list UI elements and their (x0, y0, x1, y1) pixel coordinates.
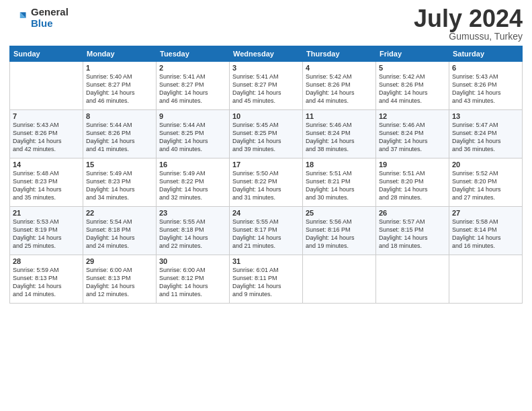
day-cell: 5Sunrise: 5:42 AMSunset: 8:26 PMDaylight… (376, 62, 449, 110)
day-info: Sunrise: 5:55 AMSunset: 8:17 PMDaylight:… (232, 218, 300, 250)
day-cell (10, 62, 83, 110)
day-number: 4 (306, 64, 373, 72)
day-cell: 25Sunrise: 5:56 AMSunset: 8:16 PMDayligh… (303, 207, 376, 255)
day-info: Sunrise: 5:45 AMSunset: 8:25 PMDaylight:… (232, 121, 300, 154)
day-number: 7 (13, 112, 80, 120)
day-number: 6 (452, 64, 519, 72)
title-location: Gumussu, Turkey (414, 31, 523, 42)
header-cell-wednesday: Wednesday (230, 46, 303, 62)
day-info: Sunrise: 5:57 AMSunset: 8:15 PMDaylight:… (379, 218, 446, 250)
day-info: Sunrise: 5:53 AMSunset: 8:19 PMDaylight:… (13, 218, 80, 250)
day-cell: 13Sunrise: 5:47 AMSunset: 8:24 PMDayligh… (449, 110, 523, 158)
day-number: 18 (306, 161, 373, 169)
day-info: Sunrise: 5:51 AMSunset: 8:21 PMDaylight:… (306, 169, 373, 202)
day-number: 21 (13, 209, 80, 217)
day-cell: 8Sunrise: 5:44 AMSunset: 8:26 PMDaylight… (83, 110, 157, 158)
day-number: 1 (86, 64, 153, 72)
day-cell: 3Sunrise: 5:41 AMSunset: 8:27 PMDaylight… (230, 62, 303, 110)
header: General Blue July 2024 Gumussu, Turkey (9, 7, 523, 42)
logo: General Blue (9, 7, 69, 29)
day-info: Sunrise: 5:41 AMSunset: 8:27 PMDaylight:… (159, 73, 226, 105)
week-row-3: 14Sunrise: 5:48 AMSunset: 8:23 PMDayligh… (10, 158, 523, 207)
day-number: 17 (232, 161, 300, 169)
day-info: Sunrise: 5:43 AMSunset: 8:26 PMDaylight:… (13, 121, 80, 154)
title-month: July 2024 (414, 7, 523, 31)
day-cell: 14Sunrise: 5:48 AMSunset: 8:23 PMDayligh… (10, 158, 83, 207)
header-cell-thursday: Thursday (303, 46, 376, 62)
day-info: Sunrise: 5:51 AMSunset: 8:20 PMDaylight:… (379, 169, 446, 202)
day-info: Sunrise: 5:50 AMSunset: 8:22 PMDaylight:… (232, 169, 300, 202)
day-number: 8 (86, 112, 153, 120)
day-cell: 11Sunrise: 5:46 AMSunset: 8:24 PMDayligh… (303, 110, 376, 158)
day-info: Sunrise: 5:58 AMSunset: 8:14 PMDaylight:… (452, 218, 519, 250)
day-info: Sunrise: 6:00 AMSunset: 8:12 PMDaylight:… (159, 266, 226, 299)
day-cell: 6Sunrise: 5:43 AMSunset: 8:26 PMDaylight… (449, 62, 523, 110)
day-number: 25 (306, 209, 373, 217)
day-info: Sunrise: 5:49 AMSunset: 8:23 PMDaylight:… (86, 169, 153, 202)
day-cell: 19Sunrise: 5:51 AMSunset: 8:20 PMDayligh… (376, 158, 449, 207)
day-info: Sunrise: 5:42 AMSunset: 8:26 PMDaylight:… (306, 73, 373, 105)
day-number: 24 (232, 209, 300, 217)
logo-icon (9, 9, 28, 28)
day-cell: 21Sunrise: 5:53 AMSunset: 8:19 PMDayligh… (10, 207, 83, 255)
day-cell: 9Sunrise: 5:44 AMSunset: 8:25 PMDaylight… (157, 110, 230, 158)
logo-general: General (31, 7, 69, 18)
day-cell: 7Sunrise: 5:43 AMSunset: 8:26 PMDaylight… (10, 110, 83, 158)
day-number: 14 (13, 161, 80, 169)
day-info: Sunrise: 5:54 AMSunset: 8:18 PMDaylight:… (86, 218, 153, 250)
logo-text: General Blue (31, 7, 69, 29)
header-cell-monday: Monday (83, 46, 157, 62)
day-cell: 18Sunrise: 5:51 AMSunset: 8:21 PMDayligh… (303, 158, 376, 207)
day-cell: 24Sunrise: 5:55 AMSunset: 8:17 PMDayligh… (230, 207, 303, 255)
day-number: 15 (86, 161, 153, 169)
day-cell: 22Sunrise: 5:54 AMSunset: 8:18 PMDayligh… (83, 207, 157, 255)
day-number: 31 (232, 257, 300, 265)
week-row-2: 7Sunrise: 5:43 AMSunset: 8:26 PMDaylight… (10, 110, 523, 158)
day-info: Sunrise: 5:46 AMSunset: 8:24 PMDaylight:… (306, 121, 373, 154)
header-row: SundayMondayTuesdayWednesdayThursdayFrid… (10, 46, 523, 62)
day-cell (303, 255, 376, 304)
day-cell (376, 255, 449, 304)
logo-blue: Blue (31, 18, 69, 30)
calendar-page: General Blue July 2024 Gumussu, Turkey S… (0, 0, 532, 411)
day-number: 10 (232, 112, 300, 120)
day-number: 30 (159, 257, 226, 265)
day-info: Sunrise: 5:47 AMSunset: 8:24 PMDaylight:… (452, 121, 519, 154)
day-number: 2 (159, 64, 226, 72)
day-cell: 30Sunrise: 6:00 AMSunset: 8:12 PMDayligh… (157, 255, 230, 304)
day-cell: 16Sunrise: 5:49 AMSunset: 8:22 PMDayligh… (157, 158, 230, 207)
day-info: Sunrise: 5:52 AMSunset: 8:20 PMDaylight:… (452, 169, 519, 202)
day-info: Sunrise: 5:48 AMSunset: 8:23 PMDaylight:… (13, 169, 80, 202)
day-number: 5 (379, 64, 446, 72)
day-cell: 27Sunrise: 5:58 AMSunset: 8:14 PMDayligh… (449, 207, 523, 255)
day-number: 19 (379, 161, 446, 169)
day-number: 11 (306, 112, 373, 120)
day-info: Sunrise: 5:40 AMSunset: 8:27 PMDaylight:… (86, 73, 153, 105)
day-number: 29 (86, 257, 153, 265)
day-cell: 26Sunrise: 5:57 AMSunset: 8:15 PMDayligh… (376, 207, 449, 255)
day-cell (449, 255, 523, 304)
day-number: 12 (379, 112, 446, 120)
day-cell: 31Sunrise: 6:01 AMSunset: 8:11 PMDayligh… (230, 255, 303, 304)
day-cell: 1Sunrise: 5:40 AMSunset: 8:27 PMDaylight… (83, 62, 157, 110)
day-cell: 4Sunrise: 5:42 AMSunset: 8:26 PMDaylight… (303, 62, 376, 110)
day-cell: 17Sunrise: 5:50 AMSunset: 8:22 PMDayligh… (230, 158, 303, 207)
header-cell-tuesday: Tuesday (157, 46, 230, 62)
day-number: 3 (232, 64, 300, 72)
day-info: Sunrise: 5:43 AMSunset: 8:26 PMDaylight:… (452, 73, 519, 105)
day-cell: 10Sunrise: 5:45 AMSunset: 8:25 PMDayligh… (230, 110, 303, 158)
header-cell-sunday: Sunday (10, 46, 83, 62)
day-number: 13 (452, 112, 519, 120)
day-info: Sunrise: 5:44 AMSunset: 8:26 PMDaylight:… (86, 121, 153, 154)
week-row-4: 21Sunrise: 5:53 AMSunset: 8:19 PMDayligh… (10, 207, 523, 255)
day-number: 28 (13, 257, 80, 265)
day-info: Sunrise: 5:44 AMSunset: 8:25 PMDaylight:… (159, 121, 226, 154)
day-info: Sunrise: 6:01 AMSunset: 8:11 PMDaylight:… (232, 266, 300, 299)
day-info: Sunrise: 5:42 AMSunset: 8:26 PMDaylight:… (379, 73, 446, 105)
calendar-table: SundayMondayTuesdayWednesdayThursdayFrid… (9, 46, 523, 304)
day-number: 27 (452, 209, 519, 217)
day-cell: 2Sunrise: 5:41 AMSunset: 8:27 PMDaylight… (157, 62, 230, 110)
day-number: 16 (159, 161, 226, 169)
day-number: 23 (159, 209, 226, 217)
day-cell: 23Sunrise: 5:55 AMSunset: 8:18 PMDayligh… (157, 207, 230, 255)
